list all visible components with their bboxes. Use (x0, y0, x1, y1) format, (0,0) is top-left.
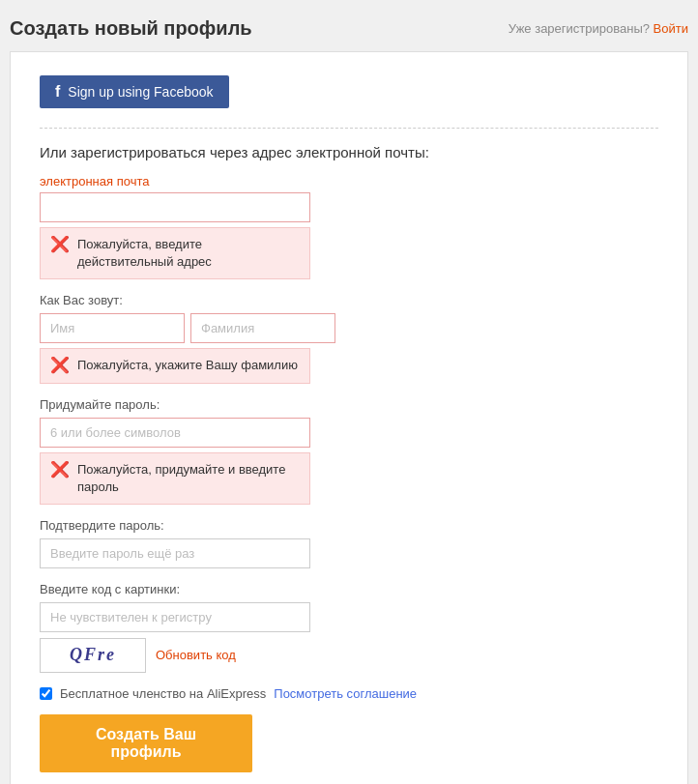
terms-row: Бесплатное членство на AliExpress Посмот… (40, 686, 658, 701)
email-label: электронная почта (40, 174, 658, 189)
email-error-icon: ❌ (50, 237, 70, 252)
or-register-label: Или зарегистрироваться через адрес элект… (40, 144, 658, 160)
submit-button[interactable]: Создать Ваш профиль (40, 714, 252, 772)
captcha-label: Введите код с картинки: (40, 582, 658, 596)
name-error-icon: ❌ (50, 358, 70, 373)
page-title: Создать новый профиль (10, 17, 252, 40)
captcha-field-group: Введите код с картинки: QFre Обновить ко… (40, 582, 658, 673)
password-error-text: Пожалуйста, придумайте и введите пароль (77, 461, 300, 496)
terms-checkbox[interactable] (40, 687, 52, 700)
email-field-group: электронная почта ❌ Пожалуйста, введите … (40, 174, 658, 279)
password-field-group: Придумайте пароль: ❌ Пожалуйста, придума… (40, 397, 658, 505)
captcha-row: QFre Обновить код (40, 638, 658, 673)
confirm-password-label: Подтвердите пароль: (40, 518, 658, 533)
password-input[interactable] (40, 418, 310, 448)
password-label: Придумайте пароль: (40, 397, 658, 412)
facebook-icon: f (55, 83, 60, 101)
email-input[interactable] (40, 192, 310, 222)
refresh-captcha-link[interactable]: Обновить код (156, 648, 236, 662)
facebook-signup-button[interactable]: f Sign up using Facebook (40, 75, 229, 108)
login-link[interactable]: Войти (654, 21, 688, 36)
name-field-group: Как Вас зовут: ❌ Пожалуйста, укажите Ваш… (40, 293, 658, 383)
first-name-input[interactable] (40, 313, 185, 343)
confirm-password-field-group: Подтвердите пароль: (40, 518, 658, 568)
facebook-button-label: Sign up using Facebook (68, 84, 213, 100)
terms-text: Бесплатное членство на AliExpress (60, 686, 266, 701)
name-error-box: ❌ Пожалуйста, укажите Вашу фамилию (40, 348, 310, 383)
email-error-text: Пожалуйста, введите действительный адрес (77, 236, 300, 271)
already-registered-text: Уже зарегистрированы? (509, 21, 650, 36)
divider (40, 128, 658, 129)
name-row (40, 313, 658, 343)
email-error-box: ❌ Пожалуйста, введите действительный адр… (40, 227, 310, 279)
registration-form-card: f Sign up using Facebook Или зарегистрир… (10, 51, 688, 784)
terms-link[interactable]: Посмотреть соглашение (274, 686, 417, 701)
name-error-text: Пожалуйста, укажите Вашу фамилию (77, 357, 298, 374)
captcha-input[interactable] (40, 602, 310, 632)
password-error-icon: ❌ (50, 462, 70, 478)
last-name-input[interactable] (190, 313, 335, 343)
login-prompt: Уже зарегистрированы? Войти (509, 21, 688, 36)
captcha-image: QFre (40, 638, 146, 673)
confirm-password-input[interactable] (40, 538, 310, 568)
password-error-box: ❌ Пожалуйста, придумайте и введите парол… (40, 452, 310, 505)
name-label: Как Вас зовут: (40, 293, 658, 307)
